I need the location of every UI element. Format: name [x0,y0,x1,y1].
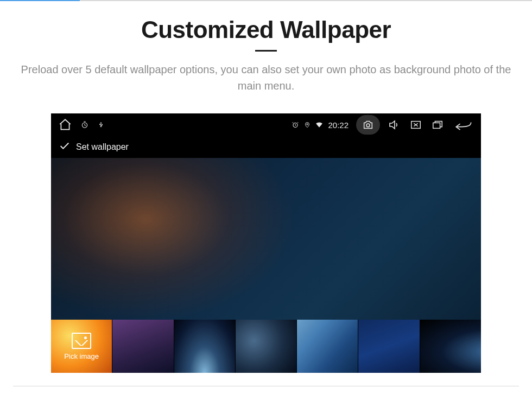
wallpaper-thumb[interactable] [420,320,481,373]
status-bar: 20:22 [51,113,481,136]
wallpaper-preview[interactable] [51,158,481,320]
pick-image-button[interactable]: Pick image [51,320,112,373]
image-icon [72,333,91,349]
wallpaper-thumb[interactable] [358,320,419,373]
wallpaper-thumb[interactable] [112,320,173,373]
svg-rect-5 [433,123,440,128]
title-underline [255,50,277,52]
volume-icon[interactable] [387,117,402,132]
back-icon[interactable] [452,117,474,132]
recent-apps-icon[interactable] [430,117,445,132]
close-app-icon[interactable] [408,117,423,132]
alarm-icon [291,120,300,129]
status-bar-right: 20:22 [291,115,474,135]
set-wallpaper-bar[interactable]: Set wallpaper [51,136,481,158]
page-subtitle: Preload over 5 default wallpaper options… [16,61,516,94]
page-bottom-divider [13,386,519,386]
svg-point-3 [366,124,370,127]
screenshot-button[interactable] [356,115,380,135]
heading-area: Customized Wallpaper Preload over 5 defa… [0,1,532,107]
page-title: Customized Wallpaper [11,16,521,43]
status-indicators: 20:22 [291,120,350,130]
check-icon [59,140,71,154]
home-icon[interactable] [58,117,73,132]
pick-image-label: Pick image [64,352,99,360]
location-icon [303,120,312,129]
wifi-icon [315,120,324,129]
timer-icon [80,120,89,129]
wallpaper-thumb[interactable] [236,320,296,373]
usb-icon [97,120,105,129]
set-wallpaper-label: Set wallpaper [76,142,129,152]
device-screen: 20:22 Set wallpaper [51,113,481,373]
status-bar-left [58,117,105,132]
wallpaper-thumb[interactable] [297,320,358,373]
wallpaper-thumb[interactable] [174,320,235,373]
clock-text: 20:22 [328,120,349,130]
svg-point-2 [307,124,308,125]
wallpaper-thumbnail-strip[interactable]: Pick image [51,320,481,373]
